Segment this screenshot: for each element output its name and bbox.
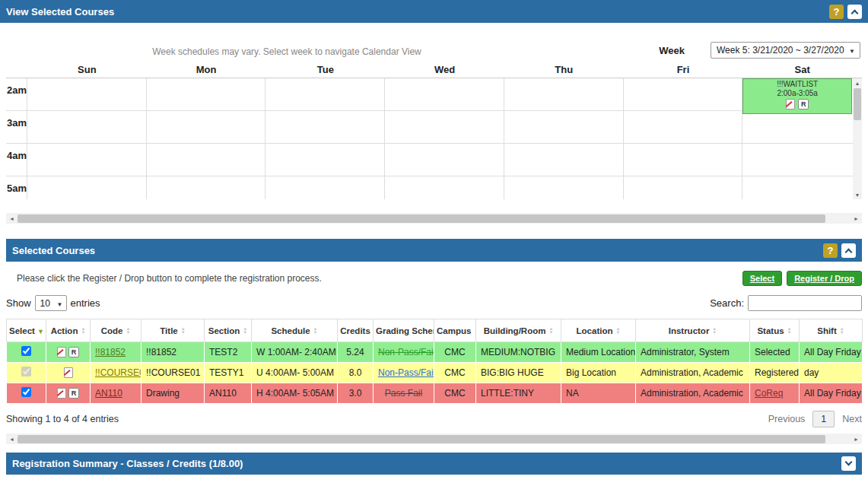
select-cell [7,363,46,383]
scrollbar-thumb[interactable] [17,435,825,443]
chevron-down-icon [849,45,855,56]
show-label: Show [6,297,31,309]
time-label-5am: 5am [6,176,27,199]
next-page-button[interactable]: Next [842,414,862,424]
course-code-link[interactable]: !!COURSE01 [95,367,141,378]
register-icon[interactable]: R [798,99,809,110]
register-icon[interactable]: R [68,388,79,399]
entries-label: entries [71,297,100,309]
scroll-left-arrow-icon[interactable] [6,213,17,224]
event-time: 2:00a-3:05a [743,89,851,98]
sort-icon [81,327,85,335]
column-header-instructor[interactable]: Instructor [636,319,750,342]
drop-icon[interactable] [64,367,73,378]
calendar-cell [385,111,504,144]
calendar-vertical-scrollbar[interactable] [853,78,862,199]
column-header-shift[interactable]: Shift [800,319,863,342]
column-header-section[interactable]: Section [205,319,252,342]
calendar-cell [265,78,385,111]
title-cell: !!81852 [141,342,205,363]
sort-icon [712,327,717,335]
search-input[interactable] [748,295,862,311]
column-header-status[interactable]: Status [750,319,800,342]
day-header-mon: Mon [147,64,266,78]
column-header-building-room[interactable]: Building/Room [476,319,561,342]
calendar-cell [504,78,624,111]
location-cell: NA [561,383,636,404]
column-header-location[interactable]: Location [561,319,636,342]
instructor-cell: Administration, Academic [636,363,750,383]
chevron-up-icon [845,248,853,256]
course-code-link[interactable]: !!81852 [95,347,126,357]
credits-cell: 8.0 [338,363,374,383]
campus-cell: CMC [434,363,476,383]
action-cell [46,363,91,383]
column-header-campus[interactable]: Campus [434,319,476,342]
instructor-cell: Administrator, System [636,342,750,363]
scroll-right-arrow-icon[interactable] [851,434,862,444]
week-label: Week [659,45,685,56]
column-header-schedule[interactable]: Schedule [252,319,338,342]
collapse-icon[interactable] [847,5,862,19]
collapse-icon[interactable] [841,243,856,258]
section-cell: TEST2 [205,342,252,363]
help-icon[interactable]: ? [823,243,838,258]
column-header-grading-scheme[interactable]: Grading Scheme [374,319,434,342]
course-code-link[interactable]: AN110 [95,388,122,399]
scroll-right-arrow-icon[interactable] [851,213,862,224]
status-cell: Registered [750,363,800,383]
drop-icon[interactable] [57,347,66,357]
status-link[interactable]: CoReq [755,388,783,399]
scroll-down-arrow-icon[interactable] [853,190,862,199]
help-glyph: ? [828,245,834,256]
drop-icon[interactable] [786,99,795,110]
column-header-title[interactable]: Title [141,319,205,342]
column-header-select[interactable]: Select [7,319,46,342]
grading-cell: Pass Fail [374,383,434,404]
table-horizontal-scrollbar[interactable] [6,434,862,444]
scrollbar-thumb[interactable] [854,88,861,120]
column-header-action[interactable]: Action [46,319,91,342]
row-select-checkbox[interactable] [21,346,31,356]
shift-cell: All Day Friday [800,383,863,404]
scrollbar-thumb[interactable] [17,214,825,223]
waitlist-event[interactable]: !!!WAITLIST 2:00a-3:05a R [742,78,852,114]
week-select[interactable]: Week 5: 3/21/2020 ~ 3/27/2020 [711,42,860,59]
previous-page-button[interactable]: Previous [768,414,806,424]
column-header-code[interactable]: Code [91,319,141,342]
sort-icon [787,327,792,335]
row-select-checkbox[interactable] [21,387,31,397]
sort-icon [840,327,844,335]
scroll-up-arrow-icon[interactable] [853,78,862,87]
status-cell: Selected [750,342,800,363]
building-room-cell: BIG:BIG HUGE [476,363,561,383]
calendar-cell [147,78,266,111]
help-icon[interactable]: ? [829,5,844,19]
drop-icon[interactable] [57,388,66,399]
register-icon[interactable]: R [68,347,79,357]
calendar-cell [742,144,862,176]
expand-icon[interactable] [841,456,856,471]
select-cell [7,383,46,404]
title-cell: Drawing [141,383,205,404]
register-drop-button[interactable]: Register / Drop [787,271,862,286]
shift-cell: day [800,363,863,383]
grading-scheme-link[interactable]: Non-Pass/Fail [378,367,434,378]
calendar-cell [27,111,147,144]
action-cell: R [46,383,91,404]
view-selected-courses-header: View Selected Courses ? [0,0,868,23]
calendar-cell [742,111,862,144]
location-cell: Big Location [561,363,636,383]
select-button[interactable]: Select [742,271,782,286]
grading-scheme-text: Pass Fail [385,388,422,399]
page-number-button[interactable]: 1 [812,411,835,427]
scroll-left-arrow-icon[interactable] [6,434,17,444]
page-length-select[interactable]: 10 [35,295,67,311]
status-cell: CoReq [750,383,800,404]
calendar-body: 2am !!!WAITLIST 2:00a-3:05a R 3am [6,78,862,199]
column-header-credits[interactable]: Credits [338,319,374,342]
sort-icon [126,327,130,335]
chevron-up-icon [851,9,859,17]
calendar-horizontal-scrollbar[interactable] [6,213,862,224]
calendar-cell [624,111,743,144]
